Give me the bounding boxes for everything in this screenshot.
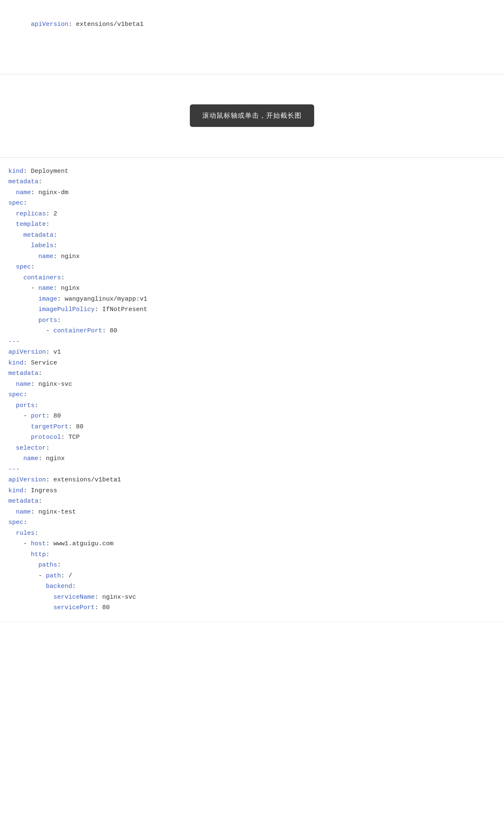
separator-2: --- [8,464,496,475]
tooltip[interactable]: 滚动鼠标轴或单击，开始截长图 [190,104,314,127]
code-block-main: kind: Deployment metadata: name: nginx-d… [0,158,504,622]
line-kind-service: kind: Service [8,358,496,369]
line-metadata-1: metadata: [8,177,496,187]
line-metadata-3: metadata: [8,368,496,379]
line-protocol: protocol: TCP [8,432,496,443]
line-metadata-4: metadata: [8,496,496,507]
line-name-nginxtest: name: nginx-test [8,507,496,518]
separator-1: --- [8,337,496,347]
line-containerport: - containerPort: 80 [8,326,496,337]
line-port: - port: 80 [8,411,496,422]
line-apiversion-2: apiVersion: v1 [8,347,496,358]
line-name-nginx-2: name: nginx [8,453,496,464]
line-targetport: targetPort: 80 [8,422,496,433]
key-apiversion-1: apiVersion [31,21,68,28]
line-name-nginxsvc: name: nginx-svc [8,379,496,390]
line-container-name: - name: nginx [8,283,496,294]
line-path: - path: / [8,571,496,582]
line-name-nginx-1: name: nginx [8,251,496,262]
page-container: apiVersion: extensions/v1beta1 滚动鼠标轴或单击，… [0,0,504,820]
line-paths: paths: [8,560,496,571]
value-apiversion-1: extensions/v1beta1 [76,21,144,28]
line-containers: containers: [8,273,496,283]
line-kind-ingress: kind: Ingress [8,486,496,496]
line-spec-3: spec: [8,390,496,400]
api-version-line-1: apiVersion: extensions/v1beta1 [8,8,496,40]
line-ports: ports: [8,315,496,326]
line-template: template: [8,219,496,230]
bottom-divider [0,622,504,622]
overlay-area[interactable]: 滚动鼠标轴或单击，开始截长图 [0,74,504,158]
line-backend: backend: [8,581,496,592]
line-metadata-2: metadata: [8,230,496,241]
colon-1: : [68,21,76,28]
line-image: image: wangyanglinux/myapp:v1 [8,294,496,305]
line-spec-1: spec: [8,198,496,209]
line-spec-2: spec: [8,262,496,273]
line-selector: selector: [8,443,496,454]
line-name-nginxdm: name: nginx-dm [8,187,496,198]
line-kind: kind: Deployment [8,166,496,177]
line-http: http: [8,549,496,560]
section-top: apiVersion: extensions/v1beta1 [0,0,504,74]
line-labels: labels: [8,240,496,251]
line-apiversion-3: apiVersion: extensions/v1beta1 [8,475,496,486]
line-servicename: serviceName: nginx-svc [8,592,496,603]
line-spec-4: spec: [8,517,496,528]
line-serviceport: servicePort: 80 [8,602,496,613]
line-rules: rules: [8,528,496,539]
line-replicas: replicas: 2 [8,209,496,220]
line-ports-2: ports: [8,400,496,411]
line-host: - host: www1.atguigu.com [8,539,496,549]
line-imagepullpolicy: imagePullPolicy: IfNotPresent [8,304,496,315]
